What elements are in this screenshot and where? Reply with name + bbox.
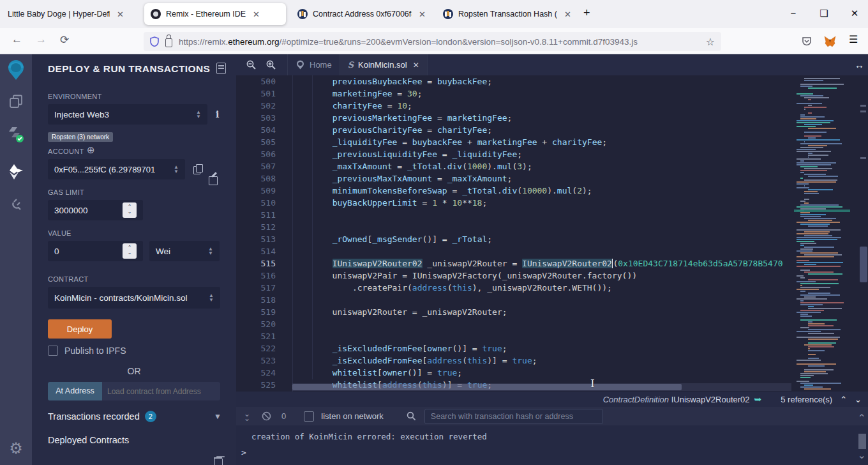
- remix-logo-icon[interactable]: [0, 59, 32, 81]
- gas-limit-input[interactable]: 3000000 ⌃⌄: [48, 200, 143, 220]
- code-line[interactable]: 522 _isExcludedFromFee[owner()] = true;: [236, 342, 868, 354]
- add-account-icon[interactable]: ⊕: [87, 144, 95, 156]
- lock-icon[interactable]: [165, 38, 172, 47]
- collapse-down-icon[interactable]: ⌄: [855, 395, 862, 404]
- code-line[interactable]: 505 _liquidityFee = buybackFee + marketi…: [236, 136, 868, 148]
- docs-icon[interactable]: [216, 63, 226, 74]
- tab-close-icon[interactable]: ✕: [417, 9, 428, 20]
- plugin-manager-icon[interactable]: [0, 196, 32, 211]
- clear-console-icon[interactable]: [262, 411, 271, 421]
- browser-tab-2[interactable]: Remix - Ethereum IDE ✕: [144, 3, 286, 25]
- code-line[interactable]: 503 previousMarketingFee = marketingFee;: [236, 112, 868, 124]
- code-line[interactable]: 507 _maxTxAmount = _tTotal.div(1000).mul…: [236, 160, 868, 172]
- forward-button[interactable]: →: [36, 33, 47, 46]
- publish-ipfs-checkbox[interactable]: [48, 346, 58, 356]
- browser-tab-3[interactable]: Contract Address 0xf67006f8d2 ✕: [291, 3, 433, 25]
- code-line[interactable]: 512: [236, 221, 868, 233]
- stepper-icon[interactable]: ⌃⌄: [123, 243, 137, 259]
- code-line[interactable]: 515 IUniswapV2Router02 _uniswapV2Router …: [236, 257, 868, 270]
- code-line[interactable]: 510 buyBackUpperLimit = 1 * 10**18;: [236, 197, 868, 209]
- code-line[interactable]: 501 marketingFee = 30;: [236, 88, 868, 100]
- transactions-recorded-row[interactable]: Transactions recorded2: [48, 411, 156, 422]
- scrollbar-thumb[interactable]: [860, 247, 867, 282]
- code-line[interactable]: 518: [236, 294, 868, 306]
- chevron-down-icon[interactable]: ▼: [214, 412, 221, 421]
- window-maximize-button[interactable]: ❏: [814, 8, 834, 19]
- metamask-icon[interactable]: [824, 36, 836, 47]
- code-line[interactable]: 523 _isExcludedFromFee[address(this)] = …: [236, 354, 868, 367]
- zoom-in-icon[interactable]: [266, 60, 276, 70]
- scroll-up-icon[interactable]: ⌃: [858, 412, 866, 424]
- environment-info-icon[interactable]: i: [216, 109, 219, 119]
- code-line[interactable]: 500 previousBuybackFee = buybackFee;: [236, 75, 868, 88]
- code-line[interactable]: 514: [236, 245, 868, 257]
- scrollbar-thumb[interactable]: [858, 434, 866, 449]
- deploy-button[interactable]: Deploy: [48, 319, 112, 339]
- code-line[interactable]: 516 uniswapV2Pair = IUniswapV2Factory(_u…: [236, 270, 868, 282]
- code-line[interactable]: 513 _rOwned[_msgSender()] = _rTotal;: [236, 233, 868, 245]
- at-address-button[interactable]: At Address: [48, 382, 102, 400]
- settings-gear-icon[interactable]: ⚙: [0, 439, 32, 457]
- code-area[interactable]: 500 previousBuybackFee = buybackFee;501 …: [236, 75, 868, 392]
- at-address-input[interactable]: [102, 382, 220, 400]
- bookmark-star-icon[interactable]: ☆: [706, 36, 715, 48]
- code-line[interactable]: 519 uniswapV2Router = _uniswapV2Router;: [236, 306, 868, 318]
- close-tab-icon[interactable]: ✕: [413, 61, 419, 70]
- code-line[interactable]: 520: [236, 318, 868, 330]
- stepper-icon[interactable]: ⌃⌄: [123, 202, 137, 218]
- reload-button[interactable]: ⟳: [60, 33, 69, 47]
- transactions-count-badge: 2: [145, 411, 156, 422]
- pocket-icon[interactable]: [802, 36, 812, 47]
- browser-tab-4[interactable]: Ropsten Transaction Hash (Txha ✕: [437, 3, 578, 25]
- editor-tab-koinmicin[interactable]: S KoinMicin.sol ✕: [340, 54, 428, 75]
- expand-horizontal-icon[interactable]: ↔: [855, 59, 863, 70]
- browser-tab-1[interactable]: Little Baby Doge | Hyper-Deflationa ✕: [1, 3, 139, 25]
- terminal-scrollbar[interactable]: ⌃ ⌄: [857, 407, 868, 465]
- code-line[interactable]: 524 whitelist[owner()] = true;: [236, 367, 868, 379]
- code-line[interactable]: 506 _previousLiquidityFee = _liquidityFe…: [236, 148, 868, 160]
- back-button[interactable]: ←: [11, 33, 22, 46]
- window-close-button[interactable]: ✕: [845, 8, 864, 19]
- code-line[interactable]: 502 charityFee = 10;: [236, 100, 868, 112]
- tab-close-icon[interactable]: ✕: [251, 9, 262, 20]
- goto-definition-icon[interactable]: ➥: [754, 394, 762, 404]
- minimap[interactable]: [794, 75, 850, 392]
- environment-select[interactable]: Injected Web3 ▲▼: [48, 104, 207, 125]
- account-select[interactable]: 0xF05...255fC (6.29789701 ▲▼: [48, 159, 185, 179]
- expand-terminal-icon[interactable]: ⌄⌄: [244, 412, 250, 421]
- solidity-compiler-icon[interactable]: [0, 126, 32, 144]
- clear-deployed-trash-icon[interactable]: [214, 457, 222, 465]
- code-line[interactable]: 508 _previousMaxTxAmount = _maxTxAmount;: [236, 172, 868, 185]
- code-line[interactable]: 521: [236, 330, 868, 342]
- zoom-out-icon[interactable]: [246, 60, 256, 70]
- tracking-protection-shield-icon[interactable]: [150, 36, 159, 47]
- listen-network-checkbox[interactable]: [304, 411, 314, 422]
- new-tab-button[interactable]: +: [583, 6, 590, 20]
- value-unit-select[interactable]: Wei ▲▼: [149, 241, 220, 261]
- tab-title: Remix - Ethereum IDE: [166, 10, 246, 19]
- url-bar[interactable]: https://remix.ethereum.org/#optimize=tru…: [144, 32, 721, 51]
- tab-close-icon[interactable]: ✕: [115, 9, 126, 20]
- code-line[interactable]: 511: [236, 209, 868, 221]
- value-input[interactable]: 0 ⌃⌄: [48, 241, 143, 261]
- scrollbar-thumb[interactable]: [292, 384, 682, 390]
- publish-ipfs-row[interactable]: Publish to IPFS: [48, 346, 126, 356]
- menu-icon[interactable]: ☰: [849, 33, 858, 45]
- code-line[interactable]: 517 .createPair(address(this), _uniswapV…: [236, 282, 868, 294]
- terminal-prompt[interactable]: >: [236, 441, 868, 457]
- deploy-run-icon[interactable]: [0, 163, 32, 181]
- editor-horizontal-scrollbar[interactable]: [292, 383, 791, 391]
- contract-select[interactable]: KoinMicin - contracts/KoinMicin.sol ▲▼: [48, 287, 220, 309]
- copy-account-icon[interactable]: [193, 164, 202, 174]
- code-line[interactable]: 509 minimumTokensBeforeSwap = _tTotal.di…: [236, 185, 868, 197]
- editor-tab-home[interactable]: Home: [287, 54, 340, 75]
- terminal-search-input[interactable]: [424, 409, 603, 424]
- code-line[interactable]: 504 previousCharityFee = charityFee;: [236, 124, 868, 136]
- file-explorer-icon[interactable]: [0, 94, 32, 109]
- edit-account-icon[interactable]: [209, 174, 218, 185]
- window-minimize-button[interactable]: −: [784, 8, 803, 19]
- collapse-up-icon[interactable]: ⌃: [840, 395, 847, 404]
- editor-vertical-scrollbar[interactable]: [859, 75, 868, 392]
- scroll-down-icon[interactable]: ⌄: [858, 449, 866, 461]
- tab-close-icon[interactable]: ✕: [562, 9, 573, 20]
